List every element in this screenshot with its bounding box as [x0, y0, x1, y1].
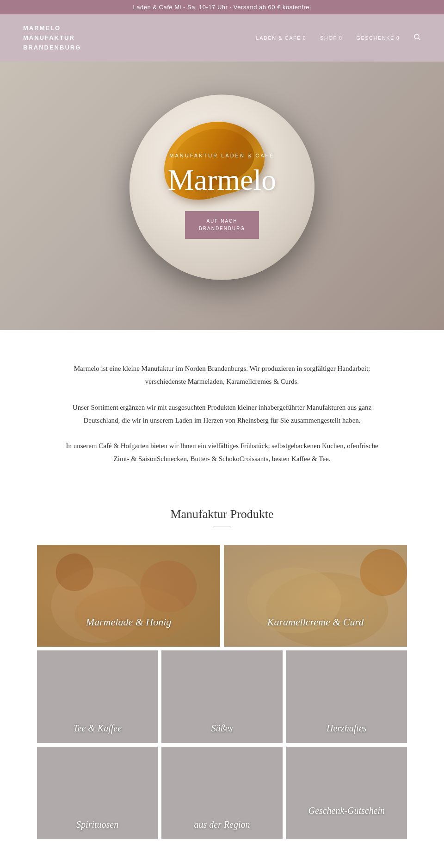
logo[interactable]: MARMELO MANUFAKTUR BRANDENBURG	[23, 24, 81, 52]
banner-text: Laden & Café Mi - Sa, 10-17 Uhr · Versan…	[133, 4, 311, 11]
nav-shop[interactable]: SHOP 0	[320, 35, 342, 41]
logo-line3: BRANDENBURG	[23, 43, 81, 53]
header: MARMELO MANUFAKTUR BRANDENBURG LADEN & C…	[0, 14, 444, 62]
svg-point-6	[56, 554, 93, 591]
hero-cta-button[interactable]: AUF NACH BRANDENBURG	[185, 211, 259, 239]
product-label-suesses: Süßes	[161, 714, 282, 743]
svg-point-10	[360, 549, 407, 596]
hero-title: Marmelo	[168, 163, 277, 197]
product-label-geschenk: Geschenk-Gutschein	[286, 796, 407, 825]
products-title: Manufaktur Produkte	[37, 507, 407, 521]
main-nav: LADEN & CAFÉ 0 SHOP 0 GESCHENKE 0	[256, 33, 421, 43]
top-banner: Laden & Café Mi - Sa, 10-17 Uhr · Versan…	[0, 0, 444, 14]
about-paragraph-2: Unser Sortiment ergänzen wir mit ausgesu…	[60, 401, 384, 427]
product-label-herzhaftes: Herzhaftes	[286, 714, 407, 743]
search-icon[interactable]	[413, 33, 421, 43]
about-paragraph-1: Marmelo ist eine kleine Manufaktur im No…	[60, 362, 384, 388]
logo-line2: MANUFAKTUR	[23, 33, 81, 43]
product-label-tee: Tee & Kaffee	[37, 714, 158, 743]
nav-laden-cafe[interactable]: LADEN & CAFÉ 0	[256, 35, 307, 41]
product-grid-middle: Tee & Kaffee Süßes Herzhaftes	[37, 650, 407, 743]
hero-button-line1: AUF NACH	[199, 218, 245, 225]
products-section: Manufaktur Produkte Marmelade & Honig	[0, 498, 444, 867]
product-card-herzhaftes[interactable]: Herzhaftes	[286, 650, 407, 743]
product-label-marmelade: Marmelade & Honig	[37, 607, 220, 637]
about-paragraph-3: In unserem Café & Hofgarten bieten wir I…	[60, 440, 384, 466]
product-card-region[interactable]: aus der Region	[161, 747, 282, 839]
hero-subtitle: MANUFAKTUR LADEN & CAFÉ	[169, 153, 274, 158]
product-card-geschenk[interactable]: Geschenk-Gutschein	[286, 747, 407, 839]
product-label-region: aus der Region	[161, 810, 282, 839]
product-grid-bottom: Spirituosen aus der Region Geschenk-Guts…	[37, 747, 407, 839]
hero-button-line2: BRANDENBURG	[199, 225, 245, 232]
product-card-suesses[interactable]: Süßes	[161, 650, 282, 743]
product-card-spirituosen[interactable]: Spirituosen	[37, 747, 158, 839]
product-label-karamell: Karamellcreme & Curd	[224, 607, 407, 637]
svg-point-0	[414, 34, 419, 39]
hero-section: MANUFAKTUR LADEN & CAFÉ Marmelo AUF NACH…	[0, 62, 444, 330]
svg-line-1	[419, 38, 420, 40]
product-card-marmelade[interactable]: Marmelade & Honig	[37, 545, 220, 647]
product-card-tee[interactable]: Tee & Kaffee	[37, 650, 158, 743]
nav-geschenke[interactable]: GESCHENKE 0	[356, 35, 400, 41]
logo-line1: MARMELO	[23, 24, 81, 33]
about-section: Marmelo ist eine kleine Manufaktur im No…	[0, 330, 444, 498]
products-divider	[213, 526, 231, 526]
product-grid-top: Marmelade & Honig Karamellcreme & Curd	[37, 545, 407, 647]
product-label-spirituosen: Spirituosen	[37, 810, 158, 839]
product-card-karamell[interactable]: Karamellcreme & Curd	[224, 545, 407, 647]
hero-overlay: MANUFAKTUR LADEN & CAFÉ Marmelo AUF NACH…	[0, 62, 444, 330]
svg-point-4	[140, 561, 197, 612]
